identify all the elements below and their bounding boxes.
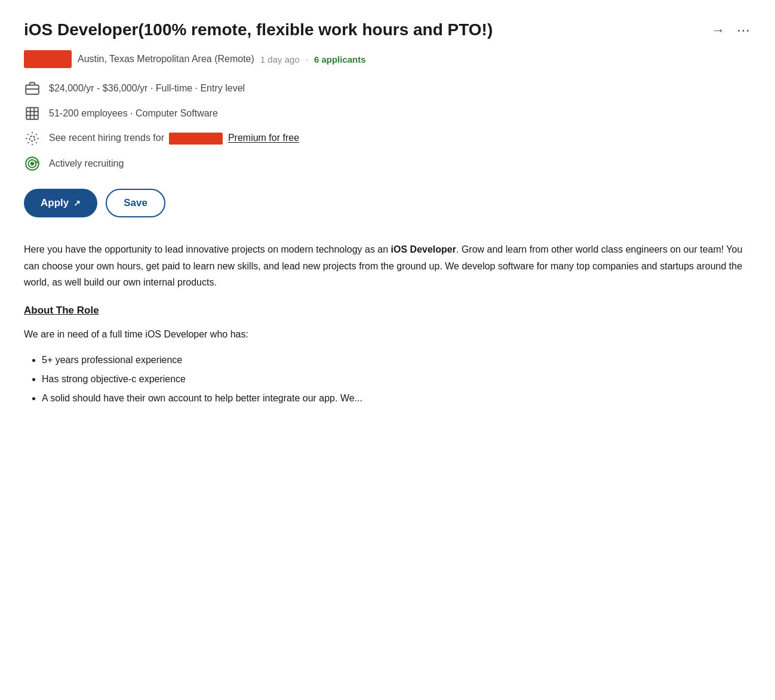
svg-rect-0: [26, 85, 39, 94]
building-icon: [24, 105, 41, 122]
svg-point-6: [31, 162, 33, 165]
dot-separator: ·: [306, 54, 308, 65]
hiring-trends-text: See recent hiring trends for Premium for…: [49, 133, 299, 145]
list-item: A solid should have their own account to…: [42, 389, 751, 408]
svg-rect-2: [26, 108, 38, 120]
lightbulb-icon: [24, 130, 41, 147]
target-icon: [24, 155, 41, 172]
list-item: 5+ years professional experience: [42, 351, 751, 370]
role-requirements-list: 5+ years professional experience Has str…: [24, 351, 751, 408]
company-logo: [24, 50, 72, 68]
premium-link[interactable]: Premium for free: [228, 133, 299, 143]
company-location: Austin, Texas Metropolitan Area (Remote): [78, 54, 254, 65]
company-size-row: 51-200 employees · Computer Software: [24, 105, 751, 122]
company-size-text: 51-200 employees · Computer Software: [49, 108, 218, 119]
apply-button[interactable]: Apply ↗: [24, 189, 97, 217]
hiring-trends-row: See recent hiring trends for Premium for…: [24, 130, 751, 147]
role-intro: We are in need of a full time iOS Develo…: [24, 326, 751, 342]
more-options-icon[interactable]: ⋯: [737, 23, 751, 38]
applicants-count: 6 applicants: [314, 54, 366, 65]
svg-point-3: [30, 136, 35, 142]
actively-recruiting-row: Actively recruiting: [24, 155, 751, 172]
header-actions: → ⋯: [712, 23, 751, 38]
salary-row: $24,000/yr - $36,000/yr · Full-time · En…: [24, 80, 751, 97]
post-time: 1 day ago: [260, 54, 300, 65]
salary-text: $24,000/yr - $36,000/yr · Full-time · En…: [49, 83, 245, 94]
about-role-heading: About The Role: [24, 305, 751, 317]
list-item: Has strong objective-c experience: [42, 370, 751, 389]
company-row: Austin, Texas Metropolitan Area (Remote)…: [24, 50, 751, 68]
job-description: Here you have the opportunity to lead in…: [24, 241, 751, 290]
briefcase-icon: [24, 80, 41, 97]
company-name-redacted: [169, 133, 223, 145]
job-title: iOS Developer(100% remote, flexible work…: [24, 19, 493, 41]
save-button[interactable]: Save: [106, 189, 165, 217]
action-buttons: Apply ↗ Save: [24, 189, 751, 217]
details-section: $24,000/yr - $36,000/yr · Full-time · En…: [24, 80, 751, 172]
actively-recruiting-text: Actively recruiting: [49, 158, 124, 169]
external-link-icon: ↗: [73, 198, 81, 208]
header-section: iOS Developer(100% remote, flexible work…: [24, 19, 751, 41]
share-icon[interactable]: →: [712, 23, 725, 38]
